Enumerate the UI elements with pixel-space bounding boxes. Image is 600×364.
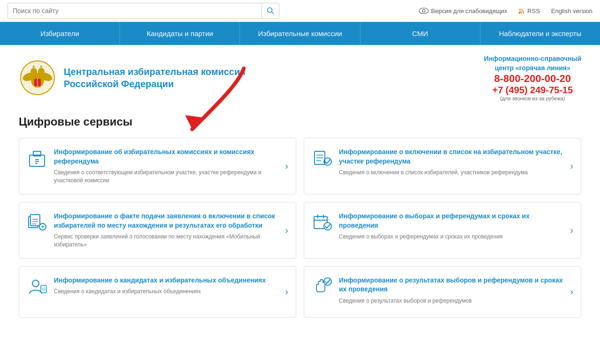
- header-area: Центральная избирательная комиссия Росси…: [0, 45, 600, 111]
- card-6-title: Информирование о результатах выборов и р…: [339, 276, 563, 294]
- card-2-arrow: ›: [570, 161, 573, 171]
- card-1-title: Информирование об избирательных комиссия…: [54, 148, 278, 166]
- person-card-icon: [27, 276, 47, 297]
- org-name-line2: Российской Федерации: [64, 78, 246, 90]
- svg-rect-17: [30, 155, 45, 166]
- search-input[interactable]: [8, 7, 262, 15]
- svg-rect-41: [41, 285, 46, 293]
- ballot-box-icon: [27, 148, 47, 168]
- card-3-body: Информирование о факте подачи заявления …: [54, 212, 278, 249]
- nav-item-candidates[interactable]: Кандидаты и партии: [120, 22, 240, 45]
- card-5-arrow: ›: [285, 286, 288, 297]
- svg-point-10: [30, 68, 37, 74]
- card-6-body: Информирование о результатах выборов и р…: [339, 276, 563, 305]
- svg-point-11: [38, 68, 45, 74]
- service-card-6[interactable]: Информирование о результатах выборов и р…: [304, 266, 581, 318]
- svg-point-40: [32, 280, 39, 287]
- svg-point-3: [422, 9, 425, 12]
- top-bar: Версия для слабовидящих RSS English vers…: [0, 0, 600, 22]
- calendar-check-icon: [312, 212, 332, 232]
- card-5-desc: Сведения о кандидатах и избирательных об…: [54, 288, 278, 296]
- vision-label: Версия для слабовидящих: [431, 7, 508, 15]
- nav-item-media[interactable]: СМИ: [360, 22, 480, 45]
- nav-item-observers[interactable]: Наблюдатели и эксперты: [480, 22, 600, 45]
- org-name: Центральная избирательная комиссия Росси…: [64, 66, 246, 90]
- card-3-arrow: ›: [285, 225, 288, 236]
- nav-item-voters[interactable]: Избиратели: [0, 22, 120, 45]
- service-card-1[interactable]: Информирование об избирательных комиссия…: [19, 138, 296, 194]
- svg-point-4: [519, 12, 521, 14]
- english-link[interactable]: English version: [551, 7, 592, 15]
- content-area: Цифровые сервисы Информирование об избир…: [0, 111, 600, 327]
- rss-label: RSS: [527, 7, 540, 15]
- hotline-label-line2: центр «горячая линия»: [484, 64, 581, 73]
- hotline-phone2: +7 (495) 249-75-15: [484, 85, 581, 96]
- card-3-title: Информирование о факте подачи заявления …: [54, 212, 278, 230]
- svg-point-0: [268, 8, 272, 13]
- service-card-5[interactable]: Информирование о кандидатах и избиратель…: [19, 266, 296, 318]
- card-3-desc: Сервис проверки заявлений о голосовании …: [54, 233, 278, 249]
- card-2-desc: Сведения о включении в список избирателе…: [339, 169, 563, 177]
- card-4-body: Информирование о выборах и референдумах …: [339, 212, 563, 241]
- service-card-4[interactable]: Информирование о выборах и референдумах …: [304, 202, 581, 259]
- nav-item-commissions[interactable]: Избирательные комиссии: [240, 22, 360, 45]
- main-navigation: Избиратели Кандидаты и партии Избиратель…: [0, 22, 600, 45]
- org-name-line1: Центральная избирательная комиссия: [64, 66, 246, 78]
- hotline-note: (для звонков из-за рубежа): [484, 96, 581, 101]
- section-title: Цифровые сервисы: [19, 115, 581, 128]
- card-6-arrow: ›: [570, 286, 573, 297]
- card-2-title: Информирование о включении в список на и…: [339, 148, 563, 166]
- card-4-title: Информирование о выборах и референдумах …: [339, 212, 563, 230]
- cards-grid: Информирование об избирательных комиссия…: [19, 138, 581, 318]
- top-right-links: Версия для слабовидящих RSS English vers…: [419, 7, 593, 15]
- card-5-body: Информирование о кандидатах и избиратель…: [54, 276, 278, 296]
- svg-line-1: [272, 12, 274, 15]
- card-4-arrow: ›: [570, 225, 573, 236]
- hotline-phone1: 8-800-200-00-20: [484, 73, 581, 85]
- list-check-icon: [312, 148, 332, 168]
- doc-list-icon: [27, 212, 47, 232]
- rss-link[interactable]: RSS: [518, 7, 540, 15]
- card-1-body: Информирование об избирательных комиссия…: [54, 148, 278, 185]
- section-header-wrapper: Цифровые сервисы: [19, 115, 581, 128]
- service-card-3[interactable]: Информирование о факте подачи заявления …: [19, 202, 296, 259]
- card-2-body: Информирование о включении в список на и…: [339, 148, 563, 177]
- hand-vote-icon: [312, 276, 332, 297]
- card-1-arrow: ›: [285, 161, 288, 171]
- logo-section: Центральная избирательная комиссия Росси…: [19, 59, 246, 97]
- hotline-label-line1: Информационно-справочный: [484, 54, 581, 64]
- search-button[interactable]: [262, 3, 279, 18]
- hotline-section: Информационно-справочный центр «горячая …: [484, 54, 581, 101]
- logo-emblem: [19, 59, 56, 97]
- service-card-2[interactable]: Информирование о включении в список на и…: [304, 138, 581, 194]
- card-6-desc: Сведения о результатах выборов и референ…: [339, 297, 563, 305]
- card-4-desc: Сведения о выборах и референдумах и срок…: [339, 233, 563, 241]
- card-5-title: Информирование о кандидатах и избиратель…: [54, 276, 278, 285]
- search-wrapper: [8, 3, 279, 19]
- vision-link[interactable]: Версия для слабовидящих: [419, 7, 508, 15]
- svg-point-2: [419, 8, 428, 14]
- card-1-desc: Сведения о соответствующем избирательном…: [54, 169, 278, 185]
